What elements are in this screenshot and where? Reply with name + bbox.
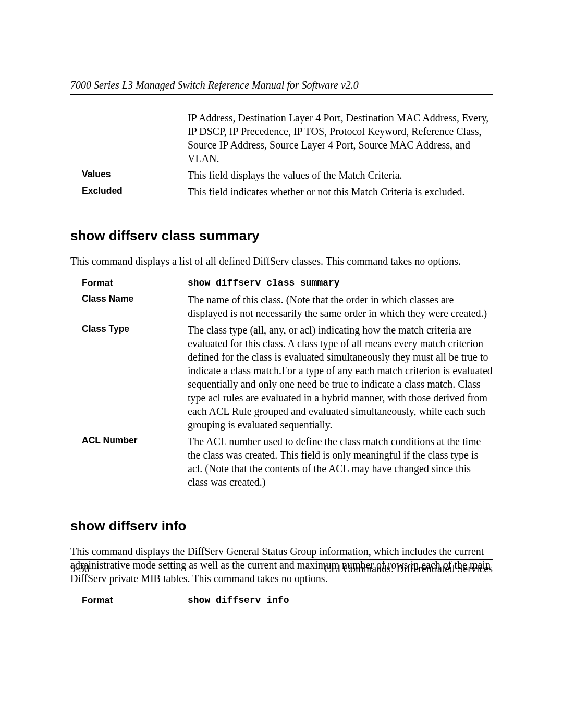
page: 7000 Series L3 Managed Switch Reference … — [0, 0, 563, 728]
def-term-format-1: Format — [70, 277, 188, 290]
def-desc-format-1: show diffserv class summary — [188, 277, 493, 290]
def-row-classname: Class Name The name of this class. (Note… — [70, 293, 493, 320]
heading-class-summary: show diffserv class summary — [70, 228, 493, 244]
def-desc-format-2: show diffserv info — [188, 595, 493, 607]
def-row-excluded: Excluded This field indicates whether or… — [70, 185, 493, 199]
def-term-classtype: Class Type — [70, 323, 188, 431]
def-desc-classtype: The class type (all, any, or acl) indica… — [188, 323, 493, 431]
def-desc-classname: The name of this class. (Note that the o… — [188, 293, 493, 320]
footer-rule — [70, 559, 493, 560]
def-desc-continuation: IP Address, Destination Layer 4 Port, De… — [188, 111, 493, 165]
def-row-format-2: Format show diffserv info — [70, 595, 493, 607]
def-term-values: Values — [70, 168, 188, 182]
def-row-classtype: Class Type The class type (all, any, or … — [70, 323, 493, 431]
def-desc-excluded: This field indicates whether or not this… — [188, 185, 493, 199]
def-row-acl: ACL Number The ACL number used to define… — [70, 435, 493, 489]
page-number: 9-30 — [70, 563, 90, 575]
def-term-acl: ACL Number — [70, 435, 188, 489]
page-footer: 9-30 CLI Commands: Differentiated Servic… — [70, 559, 493, 575]
def-row-format-1: Format show diffserv class summary — [70, 277, 493, 290]
intro-class-summary: This command displays a list of all defi… — [70, 254, 493, 268]
running-head: 7000 Series L3 Managed Switch Reference … — [70, 79, 493, 95]
def-row-values: Values This field displays the values of… — [70, 168, 493, 182]
def-term-format-2: Format — [70, 595, 188, 607]
def-row-continuation: IP Address, Destination Layer 4 Port, De… — [70, 111, 493, 165]
chapter-title: CLI Commands: Differentiated Services — [324, 563, 493, 575]
def-desc-acl: The ACL number used to define the class … — [188, 435, 493, 489]
def-term-classname: Class Name — [70, 293, 188, 320]
heading-diffserv-info: show diffserv info — [70, 518, 493, 534]
def-term-empty — [70, 111, 188, 165]
def-desc-values: This field displays the values of the Ma… — [188, 168, 493, 182]
def-term-excluded: Excluded — [70, 185, 188, 199]
